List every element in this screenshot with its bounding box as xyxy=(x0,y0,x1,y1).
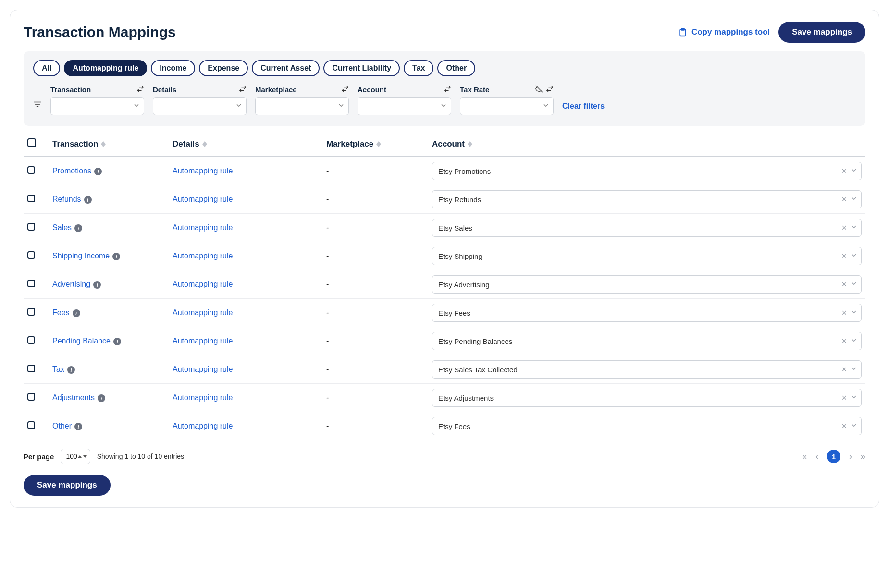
row-checkbox[interactable] xyxy=(27,336,35,344)
filter-select-marketplace[interactable] xyxy=(255,97,349,115)
account-select[interactable]: Etsy Sales× xyxy=(432,219,862,237)
sort-icon[interactable] xyxy=(101,141,106,147)
filter-chip[interactable]: Automapping rule xyxy=(64,60,147,76)
info-icon[interactable]: i xyxy=(98,394,105,402)
account-select[interactable]: Etsy Pending Balances× xyxy=(432,332,862,350)
filter-chip[interactable]: Current Liability xyxy=(323,60,400,76)
info-icon[interactable]: i xyxy=(94,168,102,175)
clear-icon[interactable]: × xyxy=(841,365,847,375)
row-checkbox[interactable] xyxy=(27,166,35,174)
col-header-transaction[interactable]: Transaction xyxy=(52,139,98,149)
details-link[interactable]: Automapping rule xyxy=(173,223,233,232)
details-link[interactable]: Automapping rule xyxy=(173,195,233,203)
col-header-marketplace[interactable]: Marketplace xyxy=(326,139,373,149)
clear-icon[interactable]: × xyxy=(841,308,847,318)
info-icon[interactable]: i xyxy=(112,253,120,260)
account-select[interactable]: Etsy Fees× xyxy=(432,304,862,322)
info-icon[interactable]: i xyxy=(84,196,92,204)
info-icon[interactable]: i xyxy=(93,281,101,289)
pager-last-icon[interactable]: » xyxy=(861,452,865,462)
transaction-link[interactable]: Adjustments xyxy=(52,393,95,402)
filter-chip[interactable]: Tax xyxy=(404,60,433,76)
clear-icon[interactable]: × xyxy=(841,280,847,290)
clear-icon[interactable]: × xyxy=(841,336,847,346)
transaction-link[interactable]: Pending Balance xyxy=(52,337,111,345)
info-icon[interactable]: i xyxy=(73,309,80,317)
transaction-link[interactable]: Tax xyxy=(52,365,64,373)
transaction-link[interactable]: Sales xyxy=(52,223,72,232)
swap-icon[interactable] xyxy=(136,85,144,94)
save-mappings-button-bottom[interactable]: Save mappings xyxy=(24,475,111,496)
info-icon[interactable]: i xyxy=(74,423,82,430)
clear-icon[interactable]: × xyxy=(841,251,847,261)
transaction-link[interactable]: Other xyxy=(52,422,72,430)
account-select[interactable]: Etsy Refunds× xyxy=(432,190,862,208)
account-select[interactable]: Etsy Adjustments× xyxy=(432,389,862,407)
per-page-select[interactable]: 100 xyxy=(61,449,90,464)
swap-icon[interactable] xyxy=(546,85,554,94)
clear-icon[interactable]: × xyxy=(841,195,847,205)
row-checkbox[interactable] xyxy=(27,365,35,372)
filter-chip[interactable]: All xyxy=(33,60,60,76)
filter-chip[interactable]: Current Asset xyxy=(252,60,320,76)
filter-select-details[interactable] xyxy=(153,97,247,115)
clear-icon[interactable]: × xyxy=(841,421,847,431)
clear-icon[interactable]: × xyxy=(841,393,847,403)
row-checkbox[interactable] xyxy=(27,308,35,316)
transaction-link[interactable]: Refunds xyxy=(52,195,81,203)
row-checkbox[interactable] xyxy=(27,280,35,287)
row-checkbox[interactable] xyxy=(27,393,35,401)
sort-icon[interactable] xyxy=(376,141,381,147)
account-select[interactable]: Etsy Shipping× xyxy=(432,247,862,265)
details-link[interactable]: Automapping rule xyxy=(173,308,233,317)
details-link[interactable]: Automapping rule xyxy=(173,422,233,430)
swap-icon[interactable] xyxy=(239,85,247,94)
chevron-down-icon xyxy=(133,102,140,110)
select-all-checkbox[interactable] xyxy=(27,138,36,147)
pager-next-icon[interactable]: › xyxy=(849,452,852,462)
filter-chip[interactable]: Expense xyxy=(199,60,248,76)
pager-page-1[interactable]: 1 xyxy=(827,450,840,463)
filter-chip[interactable]: Income xyxy=(151,60,195,76)
eye-off-icon[interactable] xyxy=(535,85,543,94)
col-header-account[interactable]: Account xyxy=(432,139,465,149)
save-mappings-button-top[interactable]: Save mappings xyxy=(778,22,865,43)
clear-icon[interactable]: × xyxy=(841,166,847,176)
account-value: Etsy Promotions xyxy=(438,167,491,175)
row-checkbox[interactable] xyxy=(27,421,35,429)
row-checkbox[interactable] xyxy=(27,195,35,202)
details-link[interactable]: Automapping rule xyxy=(173,252,233,260)
info-icon[interactable]: i xyxy=(74,224,82,232)
details-link[interactable]: Automapping rule xyxy=(173,167,233,175)
row-checkbox[interactable] xyxy=(27,223,35,231)
details-link[interactable]: Automapping rule xyxy=(173,393,233,402)
transaction-link[interactable]: Advertising xyxy=(52,280,90,288)
filter-select-tax-rate[interactable] xyxy=(460,97,554,115)
account-select[interactable]: Etsy Advertising× xyxy=(432,275,862,294)
info-icon[interactable]: i xyxy=(113,338,121,345)
pager-prev-icon[interactable]: ‹ xyxy=(815,452,818,462)
copy-mappings-tool-button[interactable]: Copy mappings tool xyxy=(678,27,770,37)
filter-select-account[interactable] xyxy=(358,97,451,115)
details-link[interactable]: Automapping rule xyxy=(173,337,233,345)
swap-icon[interactable] xyxy=(444,85,451,94)
filter-select-transaction[interactable] xyxy=(50,97,144,115)
pager-first-icon[interactable]: « xyxy=(802,452,807,462)
transaction-link[interactable]: Fees xyxy=(52,308,70,317)
account-select[interactable]: Etsy Fees× xyxy=(432,417,862,435)
clear-filters-link[interactable]: Clear filters xyxy=(562,102,605,115)
details-link[interactable]: Automapping rule xyxy=(173,365,233,373)
filter-chip[interactable]: Other xyxy=(437,60,475,76)
clear-icon[interactable]: × xyxy=(841,223,847,233)
sort-icon[interactable] xyxy=(202,141,207,147)
account-select[interactable]: Etsy Promotions× xyxy=(432,162,862,180)
details-link[interactable]: Automapping rule xyxy=(173,280,233,288)
info-icon[interactable]: i xyxy=(67,366,75,374)
account-select[interactable]: Etsy Sales Tax Collected× xyxy=(432,360,862,379)
transaction-link[interactable]: Promotions xyxy=(52,167,91,175)
swap-icon[interactable] xyxy=(341,85,349,94)
row-checkbox[interactable] xyxy=(27,251,35,259)
col-header-details[interactable]: Details xyxy=(173,139,199,149)
transaction-link[interactable]: Shipping Income xyxy=(52,252,110,260)
sort-icon[interactable] xyxy=(468,141,472,147)
